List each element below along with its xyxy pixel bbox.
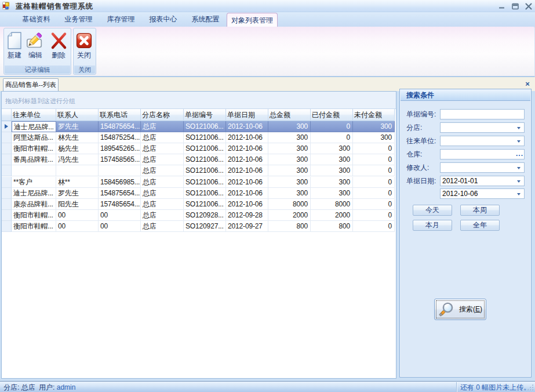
- grid-cell[interactable]: SO121006...: [184, 199, 226, 210]
- grid-cell[interactable]: 157485654...: [99, 199, 141, 210]
- grid-cell[interactable]: 00: [99, 210, 141, 221]
- grid-cell[interactable]: **客户: [12, 177, 56, 188]
- grid-cell[interactable]: 2012-10-06: [226, 132, 268, 143]
- grid-cell[interactable]: 300: [353, 121, 395, 132]
- grid-cell[interactable]: 300: [268, 132, 311, 143]
- ribbon-tab-2[interactable]: 业务管理: [57, 12, 100, 27]
- date-to-dropdown-icon[interactable]: [517, 193, 521, 195]
- grid-cell[interactable]: 总店: [141, 221, 184, 232]
- grid-cell[interactable]: SO120928...: [184, 210, 226, 221]
- ribbon-tab-1[interactable]: 基础资料: [15, 12, 57, 27]
- ribbon-tab-3[interactable]: 库存管理: [100, 12, 142, 27]
- grid-cell[interactable]: 总店: [141, 154, 184, 165]
- grid-cell[interactable]: SO121006...: [184, 132, 226, 143]
- grid-cell[interactable]: 番禺品牌鞋...: [12, 154, 56, 165]
- grid-cell[interactable]: 林**: [56, 177, 99, 188]
- grid-cell[interactable]: 总店: [141, 177, 184, 188]
- grid-cell[interactable]: 8000: [311, 199, 353, 210]
- close-tab-button[interactable]: 关闭: [74, 30, 94, 66]
- date-from-input[interactable]: 2012-01-01: [440, 176, 525, 186]
- modifier-input[interactable]: [440, 162, 525, 173]
- grid-cell[interactable]: 00: [56, 221, 99, 232]
- column-header-6[interactable]: 单据日期: [226, 109, 268, 121]
- grid-cell[interactable]: SO121006...: [184, 177, 226, 188]
- document-close-icon[interactable]: ×: [523, 80, 532, 88]
- grid-cell[interactable]: 300: [311, 177, 353, 188]
- ribbon-tab-4[interactable]: 报表中心: [142, 12, 184, 27]
- grid-cell[interactable]: 阳先生: [56, 199, 99, 210]
- grid-cell[interactable]: 158456985...: [99, 177, 141, 188]
- ribbon-tab-6-active[interactable]: 对象列表管理: [227, 13, 278, 27]
- grid-cell[interactable]: 2012-10-06: [226, 143, 268, 154]
- grid-cell[interactable]: 0: [353, 177, 395, 188]
- grid-cell[interactable]: 157458565...: [99, 154, 141, 165]
- grid-cell[interactable]: 迪士尼品牌...: [12, 188, 56, 199]
- grid-cell[interactable]: 总店: [141, 143, 184, 154]
- grid-cell[interactable]: 杨先生: [56, 143, 99, 154]
- grid-row-5[interactable]: 总店SO121006...2012-10-063003000: [2, 165, 396, 176]
- date-from-dropdown-icon[interactable]: [517, 180, 521, 183]
- grid-cell[interactable]: SO121006...: [184, 121, 226, 132]
- maximize-button[interactable]: [511, 2, 519, 10]
- grid-cell[interactable]: 总店: [141, 188, 184, 199]
- grid-cell[interactable]: 康奈品牌鞋...: [12, 199, 56, 210]
- ribbon-tab-5[interactable]: 系统配置: [184, 12, 227, 27]
- column-header-4[interactable]: 分店名称: [141, 109, 184, 121]
- grid-cell[interactable]: 0: [353, 210, 395, 221]
- business-partner-input[interactable]: [440, 136, 525, 146]
- grid-cell[interactable]: 2012-09-27: [226, 221, 268, 232]
- grid-cell[interactable]: 总店: [141, 165, 184, 176]
- column-header-5[interactable]: 单据编号: [184, 109, 226, 121]
- grid-cell[interactable]: 冯先生: [56, 154, 99, 165]
- grid-cell[interactable]: 0: [353, 199, 395, 210]
- grid-cell[interactable]: 800: [311, 221, 353, 232]
- edit-button[interactable]: 编辑: [25, 30, 46, 66]
- grid-cell[interactable]: 总店: [141, 132, 184, 143]
- grid-cell[interactable]: SO121006...: [184, 154, 226, 165]
- grid-cell[interactable]: 衡阳市鞋帽...: [12, 210, 56, 221]
- grid-cell[interactable]: 0: [353, 188, 395, 199]
- grid-cell[interactable]: 衡阳市鞋帽...: [12, 143, 56, 154]
- column-header-1[interactable]: 往来单位: [12, 109, 56, 121]
- grid-cell[interactable]: 总店: [141, 199, 184, 210]
- grid-row-8[interactable]: 康奈品牌鞋...阳先生157485654...总店SO121006...2012…: [2, 199, 396, 210]
- this-week-button[interactable]: 本周: [460, 205, 500, 216]
- document-tab-active[interactable]: 商品销售单--列表: [3, 78, 59, 91]
- grid-cell[interactable]: 300: [311, 143, 353, 154]
- resize-grip-icon[interactable]: [526, 383, 534, 391]
- grid-cell[interactable]: 林先生: [56, 132, 99, 143]
- grid-cell[interactable]: 300: [311, 154, 353, 165]
- grid-cell[interactable]: 2000: [311, 210, 353, 221]
- grid-cell[interactable]: 8000: [268, 199, 311, 210]
- grid-cell[interactable]: 0: [311, 132, 353, 143]
- this-month-button[interactable]: 本月: [413, 220, 452, 231]
- grid-cell[interactable]: 00: [56, 210, 99, 221]
- grid-cell[interactable]: 300: [268, 121, 311, 132]
- column-header-9[interactable]: 未付金额: [353, 109, 395, 121]
- this-year-button[interactable]: 全年: [460, 220, 500, 231]
- grid-cell[interactable]: 2012-10-06: [226, 165, 268, 176]
- grid-cell[interactable]: 154875654...: [99, 188, 141, 199]
- grid-cell[interactable]: 189545265...: [99, 143, 141, 154]
- grid-row-10[interactable]: 衡阳市鞋帽...0000总店SO120927...2012-09-2780080…: [2, 221, 396, 232]
- grid-cell[interactable]: 300: [268, 177, 311, 188]
- grid-cell[interactable]: 0: [353, 165, 395, 176]
- column-header-8[interactable]: 已付金额: [311, 109, 353, 121]
- grid-row-9[interactable]: 衡阳市鞋帽...0000总店SO120928...2012-09-2820002…: [2, 210, 396, 221]
- grid-cell[interactable]: [12, 165, 56, 176]
- search-button[interactable]: 搜索(E): [434, 299, 486, 320]
- grid-cell[interactable]: 2012-10-06: [226, 177, 268, 188]
- grid-cell[interactable]: 300: [268, 165, 311, 176]
- column-header-7[interactable]: 总金额: [268, 109, 311, 121]
- grid-cell[interactable]: 罗先生: [56, 121, 99, 132]
- grid-cell[interactable]: 0: [353, 143, 395, 154]
- grid-cell[interactable]: 罗先生: [56, 188, 99, 199]
- modifier-dropdown-icon[interactable]: [517, 167, 521, 169]
- grid-cell[interactable]: 2012-09-28: [226, 210, 268, 221]
- grid-cell[interactable]: 0: [353, 221, 395, 232]
- grid-cell[interactable]: 2012-10-06: [226, 154, 268, 165]
- column-header-3[interactable]: 联系电话: [99, 109, 141, 121]
- grid-cell[interactable]: 总店: [141, 121, 184, 132]
- warehouse-browse-button[interactable]: ...: [516, 150, 523, 158]
- grid-row-4[interactable]: 番禺品牌鞋...冯先生157458565...总店SO121006...2012…: [2, 154, 396, 165]
